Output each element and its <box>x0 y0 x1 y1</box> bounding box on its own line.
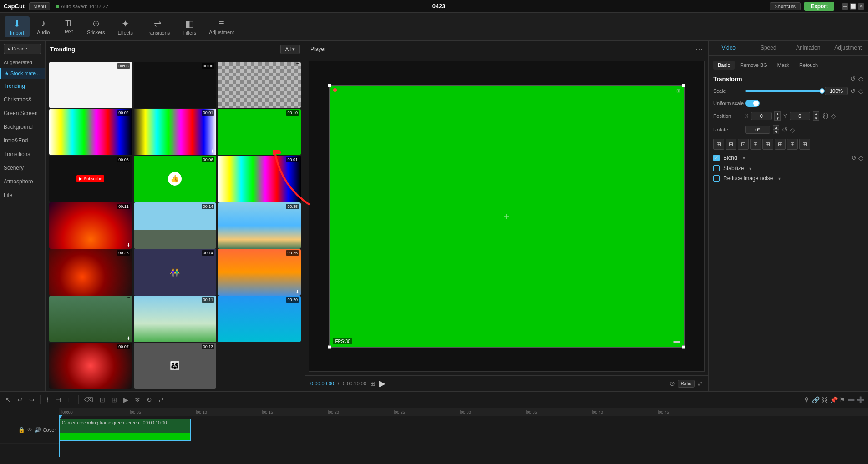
subtab-mask[interactable]: Mask <box>773 61 794 70</box>
media-item[interactable]: 00:11 ⬇ <box>49 202 132 249</box>
media-item[interactable]: ▶ Subscribe 00:05 <box>49 156 132 202</box>
rotate-up[interactable]: ▲ <box>773 125 779 130</box>
y-up[interactable]: ▲ <box>813 111 819 116</box>
media-item[interactable]: ⬇ <box>49 296 132 342</box>
timeline-cursor[interactable] <box>59 416 60 457</box>
position-link[interactable]: ⛓ <box>822 112 828 120</box>
sidebar-item-scenery[interactable]: Scenery <box>0 161 45 175</box>
sidebar-item-intro-end[interactable]: Intro&End <box>0 134 45 147</box>
scale-reset-icon[interactable]: ↺ <box>850 87 856 95</box>
stabilize-checkbox[interactable] <box>713 165 720 171</box>
export-button[interactable]: Export <box>804 2 834 11</box>
media-item[interactable]: 00:01 ⬇ <box>134 109 217 155</box>
media-item[interactable]: 00:11 <box>134 296 217 342</box>
rotate-diamond[interactable]: ◇ <box>790 126 795 133</box>
ratio-button[interactable]: Ratio <box>678 380 695 388</box>
sidebar-item-background[interactable]: Background <box>0 120 45 134</box>
tl-minus[interactable]: ➖ <box>847 396 855 403</box>
subtab-retouch[interactable]: Retouch <box>795 61 822 70</box>
x-input[interactable] <box>751 112 772 120</box>
media-item[interactable]: 00:06 <box>49 62 132 108</box>
media-item[interactable]: 00:25 ⬇ <box>218 249 301 295</box>
media-item[interactable]: 00:28 <box>49 249 132 295</box>
toolbar-text[interactable]: TI Text <box>57 18 80 36</box>
filter-button[interactable]: All ▾ <box>280 45 300 54</box>
player-menu-button[interactable]: ⋯ <box>695 45 703 53</box>
tl-delete[interactable]: ⌫ <box>82 395 95 404</box>
sidebar-item-green-screen[interactable]: Green Screen <box>0 106 45 120</box>
tab-speed[interactable]: Speed <box>749 41 789 55</box>
ai-generated-button[interactable]: AI generated <box>0 57 45 68</box>
media-item[interactable]: 00:35 <box>218 202 301 249</box>
tab-adjustment[interactable]: Adjustment <box>828 41 868 55</box>
tl-pin[interactable]: 📌 <box>830 396 838 403</box>
align-right[interactable]: ⊡ <box>738 139 749 150</box>
tl-freeze[interactable]: ❄ <box>133 395 142 404</box>
tl-chain[interactable]: ⛓ <box>822 396 828 403</box>
stock-material-button[interactable]: ★ Stock mate... <box>0 68 45 79</box>
tl-crop[interactable]: ⊡ <box>98 395 107 404</box>
tl-trim-right[interactable]: ⊢ <box>66 395 75 404</box>
media-item[interactable]: 00:01 <box>218 156 301 202</box>
scale-slider[interactable] <box>745 90 822 92</box>
tl-undo[interactable]: ↩ <box>15 395 25 404</box>
media-item[interactable]: 👍 00:06 <box>134 156 217 202</box>
x-up[interactable]: ▲ <box>774 111 781 116</box>
subtab-basic[interactable]: Basic <box>713 61 735 70</box>
align-center-h[interactable]: ⊟ <box>726 139 736 150</box>
media-item[interactable]: 00:14 <box>134 202 217 249</box>
storyboard-button[interactable]: ⊞ <box>370 380 376 387</box>
tl-copy[interactable]: ⊞ <box>110 395 119 404</box>
track-audio[interactable]: 🔊 <box>34 427 41 433</box>
sidebar-item-atmosphere[interactable]: Atmosphere <box>0 175 45 188</box>
track-lock[interactable]: 🔒 <box>18 427 25 433</box>
media-item[interactable]: 👨‍👩‍👧 00:13 <box>134 343 217 389</box>
x-down[interactable]: ▼ <box>774 116 781 121</box>
rotate-input[interactable] <box>745 126 770 134</box>
media-item[interactable]: 00:10 <box>218 109 301 155</box>
blend-checkbox[interactable]: ✓ <box>713 155 720 161</box>
fullscreen-button[interactable]: ⤢ <box>697 380 703 388</box>
media-item[interactable]: 👫 00:14 <box>134 249 217 295</box>
align-extra1[interactable]: ⊞ <box>787 139 798 150</box>
handle-tl[interactable] <box>328 84 331 87</box>
media-item[interactable]: 00:20 <box>218 296 301 342</box>
timeline-clip[interactable]: Camera recording frame green screen 00:0… <box>59 419 191 441</box>
tl-link[interactable]: 🔗 <box>812 396 820 403</box>
transform-reset[interactable]: ↺ <box>850 75 856 82</box>
minimize-button[interactable]: — <box>842 3 848 10</box>
y-down[interactable]: ▼ <box>813 116 819 121</box>
sidebar-item-life[interactable]: Life <box>0 188 45 202</box>
handle-tr[interactable] <box>682 84 685 87</box>
tl-loop[interactable]: ↻ <box>145 395 154 404</box>
sidebar-item-trending[interactable]: Trending <box>0 79 45 93</box>
tl-trim-left[interactable]: ⊣ <box>54 395 63 404</box>
rotate-reset[interactable]: ↺ <box>782 126 787 133</box>
rotate-down[interactable]: ▼ <box>773 130 779 134</box>
track-eye[interactable]: 👁 <box>27 427 32 433</box>
handle-bl[interactable] <box>328 345 331 349</box>
tl-flag[interactable]: ⚑ <box>839 396 845 403</box>
media-item[interactable] <box>218 62 301 108</box>
y-input[interactable] <box>790 112 810 120</box>
media-item[interactable]: 00:07 <box>49 343 132 389</box>
play-button[interactable]: ▶ <box>379 378 386 388</box>
toolbar-stickers[interactable]: ☺ Stickers <box>81 16 110 37</box>
reduce-noise-checkbox[interactable] <box>713 175 720 182</box>
align-left[interactable]: ⊞ <box>713 139 724 150</box>
toolbar-transitions[interactable]: ⇌ Transitions <box>140 16 175 37</box>
sidebar-item-transitions[interactable]: Transitions <box>0 147 45 161</box>
blend-diamond[interactable]: ◇ <box>858 154 863 161</box>
restore-button[interactable]: ⬜ <box>850 3 856 10</box>
tl-mic[interactable]: 🎙 <box>804 396 810 403</box>
snapshot-button[interactable]: ⊙ <box>670 380 675 388</box>
toolbar-effects[interactable]: ✦ Effects <box>112 16 138 37</box>
position-diamond[interactable]: ◇ <box>831 112 836 120</box>
close-button[interactable]: ✕ <box>858 3 864 10</box>
media-item[interactable]: 00:02 <box>49 109 132 155</box>
tl-redo[interactable]: ↪ <box>27 395 36 404</box>
media-item[interactable]: 00:06 <box>134 62 217 108</box>
tab-animation[interactable]: Animation <box>788 41 828 55</box>
stabilize-expand[interactable]: ▾ <box>749 166 751 171</box>
transform-diamond[interactable]: ◇ <box>858 75 863 82</box>
